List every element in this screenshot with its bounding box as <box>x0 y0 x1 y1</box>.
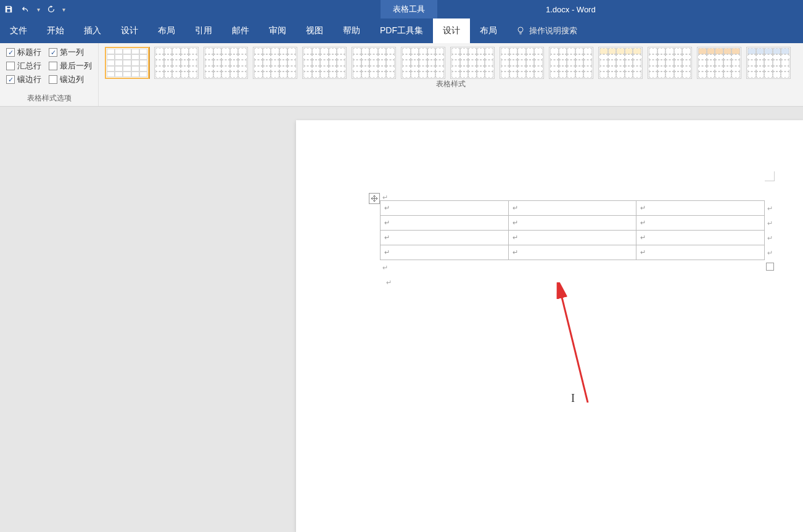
paragraph-mark: ↵ <box>767 234 773 242</box>
table-cell[interactable]: ↵ <box>381 245 509 260</box>
table-cell[interactable]: ↵ <box>508 245 636 260</box>
undo-icon <box>22 5 30 14</box>
table-row[interactable]: ↵↵↵ <box>381 201 765 216</box>
table-style-thumb[interactable] <box>648 47 692 79</box>
move-icon <box>371 195 378 202</box>
table-style-gallery <box>105 47 797 79</box>
save-button[interactable] <box>2 3 15 15</box>
tab-references[interactable]: 引用 <box>185 18 222 43</box>
table-row[interactable]: ↵↵↵ <box>381 231 765 245</box>
tab-review[interactable]: 审阅 <box>259 18 296 43</box>
checkbox-icon <box>6 62 15 70</box>
table-row[interactable]: ↵↵↵ <box>381 216 765 231</box>
paragraph-mark: ↵ <box>382 264 388 272</box>
table-style-thumb[interactable] <box>401 47 445 79</box>
checkbox-icon <box>49 75 57 84</box>
checkbox-total-row[interactable]: 汇总行 <box>6 60 41 72</box>
paragraph-mark: ↵ <box>767 249 773 257</box>
table-style-thumb[interactable] <box>450 47 495 79</box>
page-margin-corner <box>765 171 775 181</box>
ribbon-content: 标题行 第一列 汇总行 最后一列 <box>0 43 803 107</box>
lightbulb-icon <box>516 26 525 36</box>
table-style-thumb[interactable] <box>302 47 347 79</box>
context-tab-table-tools: 表格工具 <box>381 0 437 18</box>
qat-separator: ▾ <box>37 6 40 13</box>
tab-file[interactable]: 文件 <box>0 18 37 43</box>
checkbox-banded-row[interactable]: 镶边行 <box>6 74 41 85</box>
table-cell[interactable]: ↵ <box>381 216 509 231</box>
checkbox-icon <box>6 48 15 57</box>
table-style-thumb[interactable] <box>352 47 396 79</box>
group-label-style-options: 表格样式选项 <box>6 93 92 105</box>
checkbox-icon <box>6 75 15 84</box>
table-resize-handle[interactable] <box>766 263 774 271</box>
ribbon-tabs: 文件 开始 插入 设计 布局 引用 邮件 审阅 视图 帮助 PDF工具集 设计 … <box>0 18 803 43</box>
qat-customize[interactable]: ▾ <box>62 6 65 13</box>
group-table-styles: 表格样式 <box>99 43 803 106</box>
svg-point-0 <box>518 27 523 32</box>
table-cell[interactable]: ↵ <box>508 216 636 231</box>
tab-layout[interactable]: 布局 <box>148 18 185 43</box>
checkbox-banded-col[interactable]: 镶边列 <box>49 74 84 85</box>
checkbox-last-col[interactable]: 最后一列 <box>49 60 92 72</box>
tab-home[interactable]: 开始 <box>37 18 74 43</box>
checkbox-icon <box>49 48 57 57</box>
table-style-thumb[interactable] <box>105 47 149 79</box>
paragraph-mark: ↵ <box>386 279 392 287</box>
save-icon <box>4 5 13 14</box>
document-page[interactable] <box>296 120 803 532</box>
tab-view[interactable]: 视图 <box>296 18 333 43</box>
table-row[interactable]: ↵↵↵ <box>381 245 765 260</box>
table-cell[interactable]: ↵ <box>636 201 765 216</box>
table-cell[interactable]: ↵ <box>508 201 636 216</box>
table-style-thumb[interactable] <box>154 47 199 79</box>
redo-button[interactable] <box>45 3 57 15</box>
tell-me-search[interactable]: 操作说明搜索 <box>507 18 586 43</box>
group-table-style-options: 标题行 第一列 汇总行 最后一列 <box>0 43 99 106</box>
group-label-table-styles: 表格样式 <box>105 79 797 91</box>
tab-design[interactable]: 设计 <box>111 18 148 43</box>
table-style-thumb[interactable] <box>746 47 791 79</box>
table-cell[interactable]: ↵ <box>381 201 509 216</box>
table-style-thumb[interactable] <box>253 47 297 79</box>
tab-insert[interactable]: 插入 <box>74 18 111 43</box>
tab-mailings[interactable]: 邮件 <box>222 18 259 43</box>
table-cell[interactable]: ↵ <box>636 231 765 245</box>
title-bar: ▾ ▾ 表格工具 1.docx - Word <box>0 0 803 18</box>
checkbox-first-col[interactable]: 第一列 <box>49 47 84 58</box>
document-table[interactable]: ↵↵↵ ↵↵↵ ↵↵↵ ↵↵↵ <box>380 200 765 260</box>
table-move-handle[interactable] <box>369 193 380 204</box>
redo-icon <box>47 5 56 14</box>
checkbox-header-row[interactable]: 标题行 <box>6 47 41 58</box>
quick-access-toolbar: ▾ ▾ <box>0 3 65 15</box>
table-style-thumb[interactable] <box>598 47 643 79</box>
checkbox-icon <box>49 62 57 70</box>
tab-table-layout[interactable]: 布局 <box>470 18 507 43</box>
tell-me-placeholder: 操作说明搜索 <box>529 25 577 36</box>
table-cell[interactable]: ↵ <box>636 216 765 231</box>
text-cursor-icon: I <box>571 392 575 405</box>
table-style-thumb[interactable] <box>697 47 741 79</box>
table-style-thumb[interactable] <box>549 47 593 79</box>
document-title: 1.docx - Word <box>546 5 596 14</box>
tab-help[interactable]: 帮助 <box>333 18 370 43</box>
undo-button[interactable] <box>20 3 32 15</box>
table-style-thumb[interactable] <box>204 47 248 79</box>
tab-table-design[interactable]: 设计 <box>433 18 470 43</box>
table-cell[interactable]: ↵ <box>381 231 509 245</box>
document-canvas <box>0 107 803 532</box>
paragraph-mark: ↵ <box>767 205 773 213</box>
table-cell[interactable]: ↵ <box>508 231 636 245</box>
table-style-thumb[interactable] <box>500 47 544 79</box>
table-cell[interactable]: ↵ <box>636 245 765 260</box>
tab-pdf[interactable]: PDF工具集 <box>370 18 433 43</box>
paragraph-mark: ↵ <box>767 219 773 227</box>
